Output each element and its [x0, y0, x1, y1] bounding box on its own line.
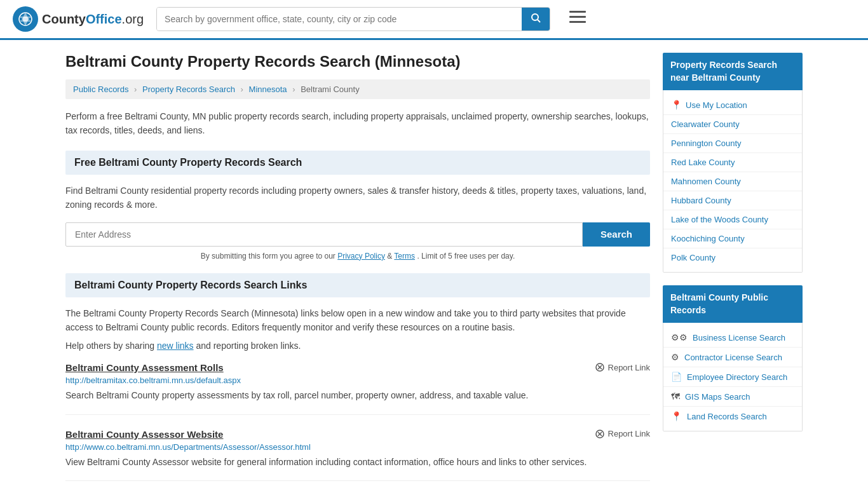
- address-search-form: Search: [65, 222, 650, 247]
- address-input[interactable]: [65, 222, 583, 247]
- nearby-county-item: Koochiching County: [663, 229, 802, 248]
- record-link-desc-1: View Beltrami County Assessor website fo…: [65, 455, 650, 469]
- address-search-button[interactable]: Search: [583, 222, 650, 247]
- nearby-county-link-2[interactable]: Red Lake County: [671, 158, 735, 167]
- contractor-license-icon: ⚙: [671, 352, 679, 362]
- public-record-item: ⚙ Contractor License Search: [663, 348, 802, 367]
- breadcrumb-public-records[interactable]: Public Records: [73, 85, 128, 94]
- nearby-counties-list: Clearwater CountyPennington CountyRed La…: [663, 115, 802, 267]
- report-link-btn-0[interactable]: Report Link: [595, 362, 650, 372]
- record-link-url-1[interactable]: http://www.co.beltrami.mn.us/Departments…: [65, 442, 650, 452]
- public-records-body: ⚙⚙ Business License Search ⚙ Contractor …: [663, 323, 803, 431]
- nearby-county-link-6[interactable]: Koochiching County: [671, 234, 745, 243]
- global-search-input[interactable]: [157, 8, 522, 30]
- svg-rect-7: [569, 21, 586, 23]
- nearby-county-link-3[interactable]: Mahnomen County: [671, 177, 741, 186]
- links-section-heading: Beltrami County Property Records Search …: [65, 273, 650, 297]
- privacy-policy-link[interactable]: Privacy Policy: [337, 252, 385, 261]
- svg-rect-6: [569, 16, 586, 18]
- global-search-button[interactable]: [522, 8, 550, 30]
- header: CountyOffice.org: [0, 0, 868, 40]
- public-record-link-3[interactable]: GIS Maps Search: [685, 392, 750, 402]
- employee-directory-icon: 📄: [671, 372, 682, 382]
- right-sidebar: Property Records Search near Beltrami Co…: [663, 53, 803, 488]
- record-links-container: Beltrami County Assessment Rolls Report …: [65, 362, 650, 481]
- public-record-item: 📄 Employee Directory Search: [663, 367, 802, 387]
- form-note: By submitting this form you agree to our…: [65, 252, 650, 261]
- form-note-suffix: . Limit of 5 free uses per day.: [417, 252, 515, 261]
- nearby-heading: Property Records Search near Beltrami Co…: [663, 53, 803, 90]
- terms-link[interactable]: Terms: [394, 252, 415, 261]
- record-link-url-0[interactable]: http://beltramitax.co.beltrami.mn.us/def…: [65, 376, 650, 385]
- public-record-link-0[interactable]: Business License Search: [693, 333, 785, 342]
- breadcrumb-property-records[interactable]: Property Records Search: [142, 85, 235, 94]
- breadcrumb-sep-3: ›: [292, 85, 295, 94]
- nearby-county-item: Polk County: [663, 248, 802, 267]
- use-my-location-item[interactable]: 📍 Use My Location: [663, 95, 802, 115]
- breadcrumb: Public Records › Property Records Search…: [65, 79, 650, 99]
- left-content: Beltrami County Property Records Search …: [65, 53, 650, 488]
- public-records-list: ⚙⚙ Business License Search ⚙ Contractor …: [663, 328, 802, 426]
- hamburger-menu-icon[interactable]: [569, 11, 586, 27]
- nearby-county-item: Mahnomen County: [663, 172, 802, 191]
- public-record-link-2[interactable]: Employee Directory Search: [687, 372, 787, 382]
- record-link-title-1[interactable]: Beltrami County Assessor Website: [65, 429, 223, 440]
- logo-icon: [13, 6, 38, 32]
- nearby-section: Property Records Search near Beltrami Co…: [663, 53, 803, 273]
- main-container: Beltrami County Property Records Search …: [53, 40, 815, 488]
- nearby-county-link-0[interactable]: Clearwater County: [671, 119, 740, 129]
- record-link-block: Beltrami County Assessor Website Report …: [65, 429, 650, 481]
- public-records-heading: Beltrami County Public Records: [663, 285, 803, 323]
- public-record-item: ⚙⚙ Business License Search: [663, 328, 802, 348]
- nearby-county-link-4[interactable]: Hubbard County: [671, 196, 731, 205]
- nearby-county-item: Pennington County: [663, 134, 802, 153]
- public-record-link-4[interactable]: Land Records Search: [687, 412, 767, 421]
- free-search-desc: Find Beltrami County residential propert…: [65, 184, 650, 212]
- public-record-link-1[interactable]: Contractor License Search: [684, 353, 782, 362]
- nearby-county-link-7[interactable]: Polk County: [671, 253, 715, 262]
- nearby-county-item: Lake of the Woods County: [663, 210, 802, 229]
- breadcrumb-current: Beltrami County: [301, 85, 359, 94]
- help-text: Help others by sharing new links and rep…: [65, 341, 650, 351]
- intro-text: Perform a free Beltrami County, MN publi…: [65, 109, 650, 138]
- svg-line-4: [538, 20, 540, 22]
- help-prefix: Help others by sharing: [65, 341, 154, 351]
- new-links-link[interactable]: new links: [157, 341, 194, 351]
- nearby-county-link-5[interactable]: Lake of the Woods County: [671, 215, 768, 224]
- free-search-heading: Free Beltrami County Property Records Se…: [65, 151, 650, 175]
- svg-rect-5: [569, 11, 586, 13]
- global-search-bar: [156, 7, 550, 31]
- business-license-icon: ⚙⚙: [671, 332, 688, 342]
- breadcrumb-sep-1: ›: [134, 85, 137, 94]
- nearby-county-item: Clearwater County: [663, 115, 802, 134]
- nearby-body: 📍 Use My Location Clearwater CountyPenni…: [663, 90, 803, 273]
- page-title: Beltrami County Property Records Search …: [65, 53, 650, 71]
- logo-text: CountyOffice.org: [42, 12, 144, 27]
- land-records-icon: 📍: [671, 411, 682, 421]
- public-record-item: 🗺 GIS Maps Search: [663, 387, 802, 407]
- use-my-location-link[interactable]: Use My Location: [686, 100, 747, 110]
- nearby-county-link-1[interactable]: Pennington County: [671, 139, 742, 148]
- breadcrumb-minnesota[interactable]: Minnesota: [249, 85, 287, 94]
- record-link-title-0[interactable]: Beltrami County Assessment Rolls: [65, 362, 224, 373]
- links-desc: The Beltrami County Property Records Sea…: [65, 306, 650, 335]
- report-link-btn-1[interactable]: Report Link: [595, 429, 650, 439]
- nearby-county-item: Red Lake County: [663, 153, 802, 172]
- form-note-prefix: By submitting this form you agree to our: [201, 252, 336, 261]
- help-suffix: and reporting broken links.: [196, 341, 301, 351]
- breadcrumb-sep-2: ›: [241, 85, 243, 94]
- record-link-desc-0: Search Beltrami County property assessme…: [65, 388, 650, 402]
- public-records-section: Beltrami County Public Records ⚙⚙ Busine…: [663, 285, 803, 431]
- public-record-item: 📍 Land Records Search: [663, 407, 802, 426]
- record-link-block: Beltrami County Assessment Rolls Report …: [65, 362, 650, 414]
- nearby-county-item: Hubbard County: [663, 191, 802, 210]
- location-dot-icon: 📍: [671, 100, 682, 110]
- gis-maps-icon: 🗺: [671, 391, 680, 402]
- svg-point-3: [532, 14, 538, 20]
- logo[interactable]: CountyOffice.org: [13, 6, 144, 32]
